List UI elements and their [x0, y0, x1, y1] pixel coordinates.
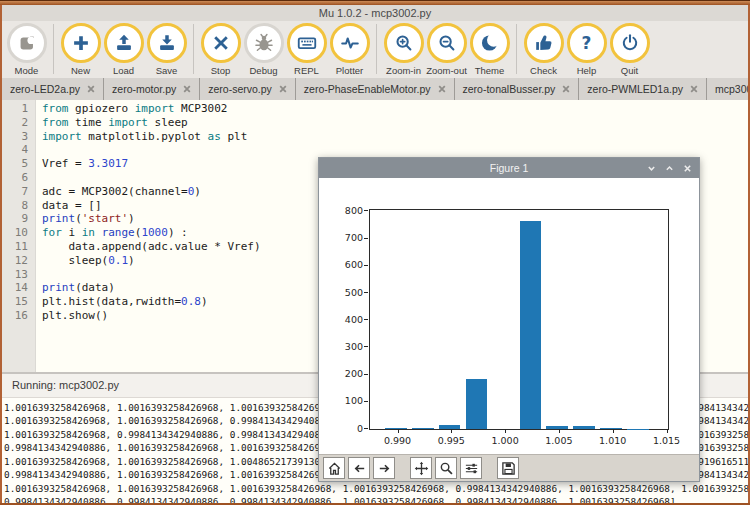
window-title: Mu 1.0.2 - mcp3002.py: [319, 7, 432, 19]
toolbar-button-stop[interactable]: Stop: [199, 23, 242, 76]
histogram-bar: [439, 425, 461, 429]
toolbar-button-debug[interactable]: Debug: [242, 23, 285, 76]
figure-canvas: 0.9900.9951.0001.0051.0101.0150100200300…: [319, 178, 699, 454]
line-number-gutter: 12345678910111213141516: [2, 100, 36, 372]
chevron-up-icon[interactable]: [665, 164, 674, 173]
zoom-out-icon: [427, 23, 467, 63]
figure-toolbar-magnifier-icon[interactable]: [435, 457, 457, 479]
y-axis-tick: [364, 265, 368, 266]
toolbar-separator: [193, 24, 194, 74]
stop-icon: [201, 23, 241, 63]
toolbar-button-zoom-in[interactable]: Zoom-in: [382, 23, 425, 76]
mode-icon: [7, 23, 47, 63]
theme-icon: [470, 23, 510, 63]
mu-window: Mu 1.0.2 - mcp3002.py ModeNewLoadSaveSto…: [0, 0, 750, 505]
y-axis-tick: [364, 374, 368, 375]
toolbar-button-zoom-out[interactable]: Zoom-out: [425, 23, 468, 76]
x-axis-tick: [505, 429, 506, 433]
x-tick-label: 1.000: [488, 435, 522, 446]
toolbar-button-label: Check: [530, 65, 557, 76]
close-icon[interactable]: [87, 85, 95, 93]
tab-zero-motor-py[interactable]: zero-motor.py: [104, 78, 200, 100]
chevron-down-icon[interactable]: [647, 164, 656, 173]
window-border-left: [0, 5, 2, 505]
y-axis-tick: [364, 401, 368, 402]
figure-window-controls: [647, 158, 692, 178]
close-icon[interactable]: [183, 85, 191, 93]
close-icon[interactable]: [562, 85, 570, 93]
toolbar-button-label: Save: [156, 65, 178, 76]
x-tick-label: 0.995: [434, 435, 468, 446]
toolbar-button-check[interactable]: Check: [522, 23, 565, 76]
code-line: from gpiozero import MCP3002: [42, 102, 748, 116]
figure-toolbar-home-icon[interactable]: [323, 457, 345, 479]
line-number: 6: [2, 171, 28, 185]
new-icon: [61, 23, 101, 63]
help-icon: ?: [567, 23, 607, 63]
x-tick-label: 0.990: [381, 435, 415, 446]
debug-icon: [244, 23, 284, 63]
toolbar-button-mode[interactable]: Mode: [5, 23, 48, 76]
line-number: 10: [2, 226, 28, 240]
toolbar-button-label: Theme: [475, 65, 505, 76]
y-tick-label: 500: [327, 287, 363, 298]
line-number: 2: [2, 116, 28, 130]
close-icon[interactable]: [683, 164, 692, 173]
x-tick-label: 1.010: [596, 435, 630, 446]
repl-icon: [287, 23, 327, 63]
line-number: 8: [2, 199, 28, 213]
figure-toolbar-forward-icon[interactable]: [373, 457, 395, 479]
y-tick-label: 700: [327, 232, 363, 243]
window-titlebar[interactable]: Mu 1.0.2 - mcp3002.py: [2, 5, 748, 21]
toolbar-separator: [53, 24, 54, 74]
figure-toolbar-back-icon[interactable]: [348, 457, 370, 479]
code-line: from time import sleep: [42, 116, 748, 130]
toolbar-button-label: Zoom-out: [426, 65, 467, 76]
toolbar-button-new[interactable]: New: [59, 23, 102, 76]
histogram-bar: [412, 428, 434, 429]
tab-zero-PhaseEnableMotor-py[interactable]: zero-PhaseEnableMotor.py: [296, 78, 455, 100]
line-number: 1: [2, 102, 28, 116]
line-number: 4: [2, 143, 28, 157]
histogram-bar: [385, 428, 407, 429]
zoom-in-icon: [384, 23, 424, 63]
toolbar-button-load[interactable]: Load: [102, 23, 145, 76]
figure-toolbar-subplots-icon[interactable]: [460, 457, 482, 479]
histogram-bar: [520, 221, 542, 429]
tab-zero-PWMLED1a-py[interactable]: zero-PWMLED1a.py: [579, 78, 707, 100]
figure-titlebar[interactable]: Figure 1: [319, 158, 699, 178]
toolbar-button-help[interactable]: ?Help: [565, 23, 608, 76]
line-number: 11: [2, 240, 28, 254]
toolbar: ModeNewLoadSaveStopDebugREPLPlotterZoom-…: [2, 21, 748, 78]
figure-toolbar-save-figure-icon[interactable]: [497, 457, 519, 479]
close-icon[interactable]: [690, 85, 698, 93]
close-icon[interactable]: [279, 85, 287, 93]
histogram-bar: [600, 428, 622, 429]
tab-zero-servo-py[interactable]: zero-servo.py: [200, 78, 296, 100]
tab-zero-tonalBusser-py[interactable]: zero-tonalBusser.py: [455, 78, 580, 100]
tab-label: zero-PhaseEnableMotor.py: [304, 83, 431, 95]
figure-toolbar-pan-icon[interactable]: [410, 457, 432, 479]
toolbar-button-save[interactable]: Save: [145, 23, 188, 76]
output-line: 1.0016393258426968, 1.0016393258426968, …: [4, 482, 748, 495]
toolbar-button-plotter[interactable]: Plotter: [328, 23, 371, 76]
line-number: 5: [2, 157, 28, 171]
y-tick-label: 600: [327, 259, 363, 270]
toolbar-button-quit[interactable]: Quit: [608, 23, 651, 76]
y-axis-tick: [364, 319, 368, 320]
y-axis-tick: [364, 210, 368, 211]
close-icon[interactable]: [438, 85, 446, 93]
figure-toolbar: [319, 454, 699, 481]
toolbar-button-theme[interactable]: Theme: [468, 23, 511, 76]
line-number: 16: [2, 309, 28, 323]
histogram-bar: [546, 426, 568, 430]
tab-mcp3001-py[interactable]: mcp3001.py: [707, 78, 748, 100]
tab-zero-LED2a-py[interactable]: zero-LED2a.py: [2, 78, 104, 100]
toolbar-button-label: REPL: [294, 65, 319, 76]
y-axis-tick: [364, 238, 368, 239]
y-axis-tick: [364, 292, 368, 293]
tab-bar: zero-LED2a.pyzero-motor.pyzero-servo.pyz…: [2, 78, 748, 100]
line-number: 14: [2, 281, 28, 295]
toolbar-button-repl[interactable]: REPL: [285, 23, 328, 76]
toolbar-button-label: Zoom-in: [386, 65, 421, 76]
